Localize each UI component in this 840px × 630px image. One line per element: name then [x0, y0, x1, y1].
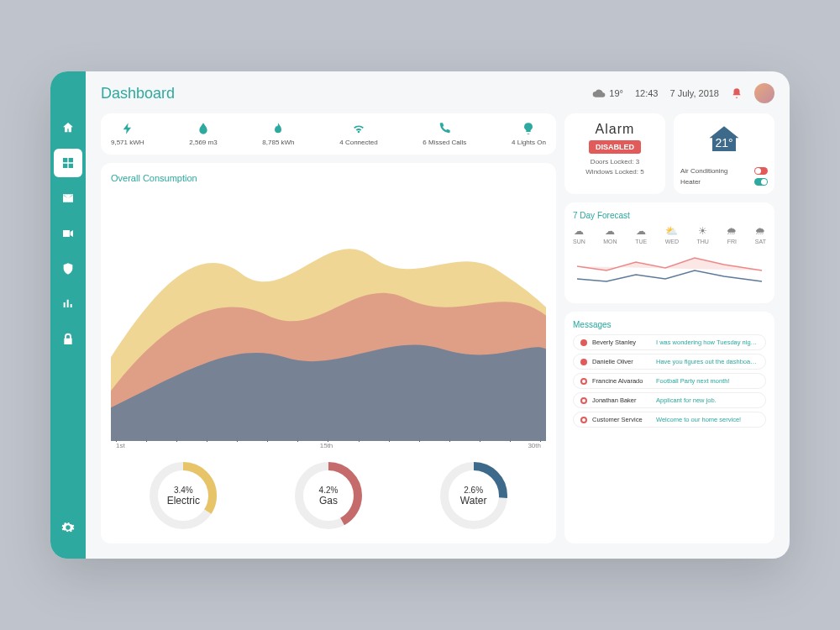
alarm-card: Alarm DISABLED Doors Locked: 3 Windows L…: [564, 113, 665, 194]
nav-dashboard[interactable]: [54, 149, 82, 177]
forecast-day-sun: ☁SUN: [573, 225, 585, 244]
donut-electric: 3.4%Electric: [145, 458, 221, 533]
svg-text:21°: 21°: [715, 136, 732, 150]
cloud-icon: [592, 87, 606, 100]
alarm-status[interactable]: DISABLED: [589, 140, 641, 154]
msg-preview: Welcome to our home service!: [656, 416, 741, 423]
wifi-icon: [352, 122, 365, 135]
heater-label: Heater: [680, 178, 701, 186]
stat-wifi: 4 Connected: [339, 122, 377, 146]
house-icon: 21°: [706, 122, 742, 157]
stat-gas: 8,785 kWh: [262, 122, 294, 146]
messages-card: Messages Beverly StanleyI was wondering …: [564, 312, 774, 543]
ac-label: Air Conditioning: [680, 167, 727, 175]
msg-sender: Jonathan Baker: [592, 396, 651, 404]
msg-sender: Francine Alvarado: [592, 377, 651, 385]
area-chart: [111, 190, 546, 441]
flame-icon: [271, 122, 285, 135]
msg-preview: Have you figures out the dashboard?: [656, 358, 759, 365]
app-window: Dashboard 19° 12:43 7 July, 2018 9,571 k…: [50, 71, 790, 559]
bell-icon[interactable]: [731, 87, 743, 99]
msg-sender: Danielle Oliver: [592, 358, 651, 365]
msg-preview: Football Party next month!: [656, 377, 730, 385]
x-axis: 1st 15th 30th: [111, 442, 546, 449]
nav-stats[interactable]: [54, 290, 82, 318]
msg-preview: Applicant for new job.: [656, 396, 717, 404]
alarm-title: Alarm: [571, 122, 659, 137]
forecast-title: 7 Day Forecast: [573, 211, 766, 220]
sidebar: [50, 71, 86, 559]
message-item[interactable]: Jonathan BakerApplicant for new job.: [573, 392, 766, 408]
header-weather: 19°: [592, 87, 623, 100]
nav-lock[interactable]: [54, 325, 82, 354]
stat-water: 2,569 m3: [189, 122, 217, 146]
donut-gas: 4.2%Gas: [291, 458, 366, 533]
heater-toggle[interactable]: [754, 178, 768, 186]
header-date: 7 July, 2018: [669, 88, 719, 98]
stat-electric: 9,571 kWH: [111, 122, 144, 146]
message-item[interactable]: Francine AlvaradoFootball Party next mon…: [573, 373, 766, 389]
nav-camera[interactable]: [54, 219, 82, 248]
forecast-day-wed: ⛅WED: [665, 225, 679, 244]
messages-title: Messages: [573, 320, 766, 329]
nav-settings[interactable]: [54, 513, 82, 542]
nav-security[interactable]: [54, 255, 82, 283]
unread-dot: [580, 359, 587, 365]
main-content: Dashboard 19° 12:43 7 July, 2018 9,571 k…: [86, 71, 790, 559]
unread-dot: [580, 339, 587, 346]
phone-icon: [438, 122, 451, 135]
forecast-chart: [573, 249, 766, 291]
stats-row: 9,571 kWH 2,569 m3 8,785 kWh 4 Connected…: [101, 113, 556, 155]
donut-water: 2.6%Water: [436, 458, 512, 533]
forecast-day-fri: 🌧FRI: [727, 225, 737, 244]
stat-lights: 4 Lights On: [512, 122, 546, 146]
unread-dot: [580, 417, 587, 423]
bolt-icon: [121, 122, 134, 135]
alarm-doors: Doors Locked: 3: [571, 157, 659, 167]
message-item[interactable]: Danielle OliverHave you figures out the …: [573, 354, 766, 370]
message-item[interactable]: Beverly StanleyI was wondering how Tuesd…: [573, 334, 766, 350]
ac-toggle[interactable]: [754, 167, 768, 175]
donuts-row: 3.4%Electric 4.2%Gas 2.6%Water: [111, 458, 546, 533]
page-title: Dashboard: [101, 85, 175, 102]
message-item[interactable]: Customer ServiceWelcome to our home serv…: [573, 412, 766, 428]
thermostat-card: 21° Air Conditioning Heater: [674, 113, 774, 194]
bulb-icon: [522, 122, 535, 135]
header-time: 12:43: [635, 88, 659, 98]
msg-preview: I was wondering how Tuesday night..: [656, 339, 759, 346]
stat-phone: 6 Missed Calls: [423, 122, 466, 146]
msg-sender: Customer Service: [592, 416, 651, 423]
drop-icon: [197, 122, 210, 135]
unread-dot: [580, 397, 587, 404]
alarm-windows: Windows Locked: 5: [571, 167, 659, 177]
nav-mail[interactable]: [54, 184, 82, 213]
nav-home[interactable]: [54, 113, 82, 142]
unread-dot: [580, 378, 587, 385]
header-temp: 19°: [609, 88, 623, 98]
msg-sender: Beverly Stanley: [592, 339, 651, 346]
forecast-day-thu: ☀THU: [696, 225, 708, 244]
forecast-day-sat: 🌧SAT: [755, 225, 766, 244]
chart-title: Overall Consumption: [111, 173, 546, 183]
header: Dashboard 19° 12:43 7 July, 2018: [101, 83, 774, 103]
forecast-day-mon: ☁MON: [603, 225, 617, 244]
consumption-card: Overall Consumption 1st 15th 30th: [101, 163, 556, 543]
avatar[interactable]: [754, 83, 774, 103]
forecast-day-tue: ☁TUE: [635, 225, 647, 244]
forecast-card: 7 Day Forecast ☁SUN☁MON☁TUE⛅WED☀THU🌧FRI🌧…: [564, 202, 774, 303]
